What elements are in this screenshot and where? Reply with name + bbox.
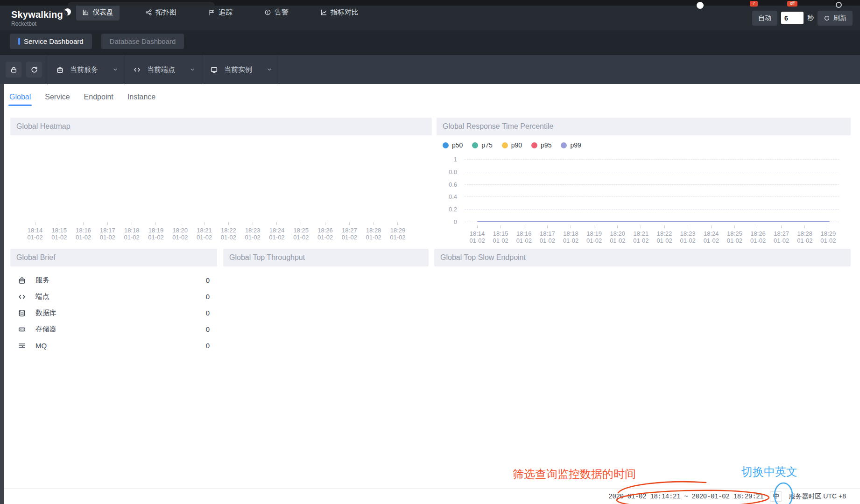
axis-tick [155, 222, 156, 225]
skywalking-logo[interactable]: Skywalking Rocketbot [11, 9, 71, 27]
brief-row: 服务 0 [10, 272, 217, 288]
browser-extension-badge[interactable]: off [787, 1, 797, 7]
annotation-time-note: 筛选查询监控数据的时间 [513, 467, 636, 482]
browser-extension-badge[interactable]: 7 [750, 1, 758, 7]
browser-extension-icon[interactable] [836, 2, 842, 8]
x-axis-label: 18:25 01-02 [290, 222, 312, 241]
x-axis-label: 18:28 01-02 [794, 225, 816, 244]
legend-item[interactable]: p50 [443, 141, 463, 149]
x-axis-label: 18:19 01-02 [145, 222, 167, 241]
brief-row: 存储器 0 [10, 321, 217, 337]
legend-item[interactable]: p99 [561, 141, 581, 149]
brief-label: 存储器 [35, 325, 56, 334]
x-axis-label: 18:22 01-02 [218, 222, 239, 241]
top-navbar: Skywalking Rocketbot 仪表盘 拓扑图 追踪 [0, 6, 860, 30]
brief-row: 端点 0 [10, 288, 217, 305]
heatmap-x-axis: 18:14 01-02 18:15 01-02 18:16 01-02 [24, 222, 409, 241]
endpoint-code-icon [133, 66, 141, 74]
axis-tick [59, 222, 59, 225]
select-placeholder: 当前实例 [224, 65, 252, 74]
x-axis-label: 18:15 01-02 [490, 225, 511, 244]
legend-item[interactable]: p75 [472, 141, 492, 149]
brief-label: 数据库 [35, 308, 56, 317]
view-tabs: Global Service Endpoint Instance [8, 84, 156, 112]
gridline [465, 209, 839, 210]
axis-tick [617, 225, 618, 228]
nav-menu-label: 仪表盘 [92, 8, 113, 17]
legend-dot [502, 142, 508, 148]
browser-avatar-icon[interactable] [697, 2, 704, 9]
mq-icon [18, 342, 26, 350]
x-axis-label: 18:23 01-02 [242, 222, 263, 241]
view-tab[interactable]: Service [44, 90, 70, 106]
throughput-panel: Global Top Throughput [223, 249, 429, 266]
view-tab-label: Endpoint [84, 93, 113, 101]
view-tab[interactable]: Endpoint [83, 90, 114, 106]
x-axis-label: 18:28 01-02 [363, 222, 384, 241]
axis-tick [688, 225, 688, 228]
toolbar-select[interactable]: 当前实例 [202, 55, 279, 84]
refresh-interval-input[interactable] [781, 12, 804, 24]
legend-item[interactable]: p90 [502, 141, 522, 149]
timezone-label: 服务器时区 UTC +8 [789, 492, 846, 501]
legend-item[interactable]: p95 [531, 141, 551, 149]
legend-label: p50 [452, 141, 463, 149]
refresh-button[interactable]: 刷新 [818, 11, 853, 26]
footer-bar: 2020-01-02 18:14:21 ~ 2020-01-02 18:29:2… [0, 488, 860, 504]
x-axis-label: 18:17 01-02 [97, 222, 118, 241]
nav-menu-item[interactable]: 追踪 [202, 4, 239, 21]
x-axis-label: 18:20 01-02 [607, 225, 628, 244]
reload-scope-button[interactable] [26, 62, 42, 77]
y-axis-label: 0.4 [449, 193, 457, 200]
dashboard-tab-label: Database Dashboard [110, 37, 176, 45]
time-range-picker[interactable]: 2020-01-02 18:14:21 ~ 2020-01-02 18:29:2… [608, 493, 763, 500]
panel-title: Global Brief [10, 249, 217, 266]
nav-menu-label: 拓扑图 [155, 8, 176, 17]
nav-menu-item[interactable]: 仪表盘 [76, 4, 120, 21]
legend-dot [561, 142, 567, 148]
database-icon [18, 309, 26, 317]
brief-value: 0 [206, 342, 210, 350]
axis-tick [758, 225, 758, 228]
view-tab-label: Service [45, 93, 70, 101]
axis-tick [828, 225, 828, 228]
dashboard-tab-label: Service Dashboard [24, 37, 84, 45]
nav-menu-item[interactable]: 拓扑图 [139, 4, 183, 21]
annotation-lang-note: 切换中英文 [741, 464, 797, 479]
nav-menu-label: 告警 [275, 8, 289, 17]
axis-tick [804, 225, 805, 228]
brief-rows: 服务 0 端点 0 数据库 0 存储器 0 [10, 266, 217, 354]
view-tab[interactable]: Instance [127, 90, 156, 106]
brief-label: MQ [35, 342, 47, 350]
y-axis-label: 0.8 [449, 168, 457, 175]
lock-button[interactable] [6, 62, 21, 77]
select-placeholder: 当前服务 [70, 65, 98, 74]
x-axis-label: 18:21 01-02 [630, 225, 652, 244]
axis-tick [349, 222, 350, 225]
percentile-plot: 10.80.60.40.20 [465, 159, 839, 222]
y-axis-label: 0.6 [449, 181, 457, 188]
dashboard-icon [82, 9, 89, 16]
axis-tick [524, 225, 524, 228]
axis-tick [325, 222, 325, 225]
axis-tick [594, 225, 594, 228]
brief-label: 服务 [35, 276, 49, 285]
browser-tab[interactable] [68, 2, 215, 6]
dashboard-tab[interactable]: Database Dashboard [101, 34, 184, 49]
view-tab[interactable]: Global [8, 90, 32, 106]
nav-menu-item[interactable]: 告警 [258, 4, 295, 21]
language-toggle-button[interactable]: 中 [770, 491, 782, 502]
nav-menu-item[interactable]: 指标对比 [314, 4, 365, 21]
x-axis-label: 18:16 01-02 [513, 225, 535, 244]
panel-title: Global Heatmap [10, 118, 432, 135]
trace-icon [208, 9, 215, 16]
x-axis-label: 18:14 01-02 [24, 222, 46, 241]
brief-label: 端点 [35, 292, 49, 301]
toolbar-select[interactable]: 当前服务 [48, 55, 125, 84]
window-edge [0, 84, 4, 504]
toolbar-select[interactable]: 当前端点 [125, 55, 202, 84]
crescent-moon-icon [64, 8, 71, 15]
brief-value: 0 [206, 309, 210, 317]
dashboard-tab[interactable]: Service Dashboard [10, 34, 92, 49]
auto-refresh-button[interactable]: 自动 [752, 11, 777, 26]
